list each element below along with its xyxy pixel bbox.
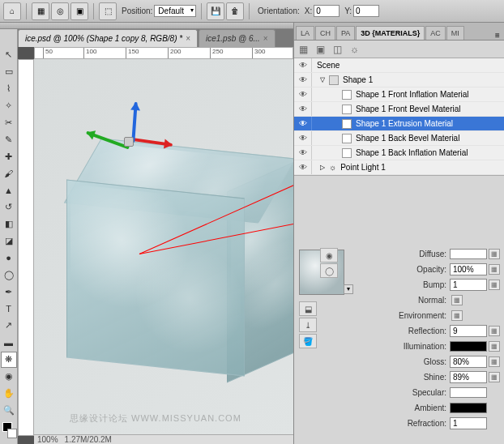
bump-input[interactable]: 1: [450, 279, 487, 291]
gradient-tool-icon[interactable]: ◪: [1, 233, 17, 250]
visibility-icon[interactable]: 👁: [294, 102, 312, 116]
scene-row-material[interactable]: 👁 Shape 1 Front Bevel Material: [294, 102, 504, 117]
view-icon[interactable]: ⬚: [99, 2, 117, 20]
ambient-swatch[interactable]: [450, 403, 487, 413]
panel-tab[interactable]: LA: [296, 26, 314, 40]
watermark: 思缘设计论坛 WWW.MISSYUAN.COM: [70, 412, 241, 425]
zoom-tool-icon[interactable]: 🔍: [1, 402, 17, 418]
filter-material-icon[interactable]: ◫: [333, 44, 342, 55]
panel-tab[interactable]: CH: [315, 26, 335, 40]
texture-menu-icon[interactable]: ▦: [489, 341, 500, 352]
save-icon[interactable]: 💾: [207, 2, 224, 20]
blur-tool-icon[interactable]: ●: [1, 250, 17, 267]
diffuse-swatch[interactable]: [450, 249, 487, 259]
history-brush-icon[interactable]: ↺: [1, 199, 17, 216]
texture-menu-icon[interactable]: ▦: [489, 356, 500, 367]
visibility-icon[interactable]: 👁: [294, 146, 312, 160]
scene-row-light[interactable]: 👁 ▷ ☼ Point Light 1: [294, 160, 504, 175]
mesh-cube-icon[interactable]: ▦: [32, 2, 49, 20]
move-tool-icon[interactable]: ↖: [1, 47, 17, 63]
texture-menu-icon[interactable]: ▦: [451, 295, 463, 305]
texture-menu-icon[interactable]: ▦: [489, 326, 500, 336]
scene-row-shape[interactable]: 👁 ▽ Shape 1: [294, 73, 504, 88]
dodge-tool-icon[interactable]: ◯: [1, 267, 17, 283]
visibility-icon[interactable]: 👁: [294, 73, 312, 87]
marquee-tool-icon[interactable]: ▭: [1, 64, 17, 80]
filter-light-icon[interactable]: ☼: [350, 44, 359, 55]
disclosure-icon[interactable]: ▷: [318, 164, 327, 171]
shine-input[interactable]: 89%: [450, 371, 487, 383]
visibility-icon[interactable]: 👁: [294, 117, 312, 130]
visibility-icon[interactable]: 👁: [294, 131, 312, 145]
refraction-input[interactable]: 1: [450, 417, 487, 429]
eyedropper-tool-icon[interactable]: ✎: [1, 131, 17, 147]
texture-menu-icon[interactable]: ▦: [489, 249, 500, 259]
light-icon: ☼: [329, 163, 336, 172]
doc-tab[interactable]: ice1.psb @ 6... ×: [199, 29, 275, 47]
orientation-y-input[interactable]: [353, 5, 379, 17]
filter-mesh-icon[interactable]: ▣: [316, 44, 325, 55]
scene-row-material[interactable]: 👁 Shape 1 Front Inflation Material: [294, 88, 504, 102]
opacity-input[interactable]: 100%: [450, 263, 487, 275]
background-color[interactable]: [7, 429, 17, 438]
hand-tool-icon[interactable]: ✋: [1, 386, 17, 402]
crop-tool-icon[interactable]: ✂: [1, 115, 17, 131]
color-swatches[interactable]: [1, 419, 17, 443]
close-icon[interactable]: ×: [263, 34, 268, 43]
home-icon[interactable]: ⌂: [3, 2, 21, 20]
visibility-icon[interactable]: 👁: [294, 88, 312, 101]
path-tool-icon[interactable]: ↗: [1, 318, 17, 334]
close-icon[interactable]: ×: [186, 34, 190, 43]
panel-tab-3d[interactable]: 3D {MATERIALS}: [356, 26, 425, 40]
shape-tool-icon[interactable]: ▬: [1, 335, 17, 351]
ruler-vertical[interactable]: [18, 59, 34, 436]
illumination-swatch[interactable]: [450, 341, 487, 352]
material-bucket-icon[interactable]: 🪣: [299, 334, 317, 348]
panel-tab[interactable]: AC: [425, 26, 446, 40]
canvas[interactable]: 思缘设计论坛 WWW.MISSYUAN.COM: [34, 59, 293, 436]
3d-camera-tool-icon[interactable]: ◉: [1, 369, 17, 385]
filter-scene-icon[interactable]: ▦: [299, 44, 308, 55]
scene-row-material[interactable]: 👁 Shape 1 Back Bevel Material: [294, 131, 504, 146]
orientation-x-input[interactable]: [314, 5, 340, 17]
disclosure-icon[interactable]: ▽: [318, 76, 327, 83]
visibility-icon[interactable]: 👁: [294, 160, 312, 174]
axis-origin[interactable]: [124, 137, 134, 147]
stamp-tool-icon[interactable]: ▲: [1, 182, 17, 199]
ice-cube-mesh[interactable]: [66, 148, 293, 375]
scene-row-material-selected[interactable]: 👁 Shape 1 Extrusion Material: [294, 117, 504, 131]
mesh-icon: [329, 75, 339, 85]
visibility-icon[interactable]: 👁: [294, 58, 312, 72]
position-dropdown[interactable]: Default: [154, 5, 196, 17]
texture-menu-icon[interactable]: ▦: [489, 280, 500, 290]
gloss-input[interactable]: 80%: [450, 356, 487, 368]
brush-tool-icon[interactable]: 🖌: [1, 165, 17, 181]
ruler-horizontal[interactable]: 50 100 150 200 250 300: [34, 47, 293, 59]
panel-menu-icon[interactable]: ≡: [491, 31, 504, 40]
lasso-tool-icon[interactable]: ⌇: [1, 81, 17, 97]
material-load-icon[interactable]: ⤓: [299, 318, 317, 332]
status-zoom[interactable]: 100%: [37, 435, 58, 444]
scene-row-material[interactable]: 👁 Shape 1 Back Inflation Material: [294, 146, 504, 160]
sphere-preview-icon[interactable]: ◯: [320, 263, 338, 278]
mesh-sphere-icon[interactable]: ◎: [51, 2, 69, 20]
trash-icon[interactable]: 🗑: [226, 2, 244, 20]
scene-row-root[interactable]: 👁 Scene: [294, 58, 504, 73]
3d-rotate-tool-icon[interactable]: ❋: [1, 352, 17, 368]
specular-swatch[interactable]: [450, 387, 487, 398]
panel-tab[interactable]: MI: [446, 26, 464, 40]
panel-tab[interactable]: PA: [336, 26, 355, 40]
doc-tab-active[interactable]: ice.psd @ 100% (Shape 1 copy 8, RGB/8) *…: [18, 29, 198, 47]
new-material-icon[interactable]: ◉: [320, 248, 338, 263]
texture-menu-icon[interactable]: ▦: [489, 372, 500, 382]
mesh-group-icon[interactable]: ▣: [70, 2, 88, 20]
material-drop-icon[interactable]: ⬓: [299, 301, 317, 316]
texture-menu-icon[interactable]: ▦: [451, 310, 463, 321]
type-tool-icon[interactable]: T: [1, 301, 17, 317]
wand-tool-icon[interactable]: ✧: [1, 98, 17, 114]
heal-tool-icon[interactable]: ✚: [1, 148, 17, 164]
reflection-input[interactable]: 9: [450, 325, 487, 337]
eraser-tool-icon[interactable]: ◧: [1, 216, 17, 233]
texture-menu-icon[interactable]: ▦: [489, 264, 500, 275]
pen-tool-icon[interactable]: ✒: [1, 284, 17, 300]
